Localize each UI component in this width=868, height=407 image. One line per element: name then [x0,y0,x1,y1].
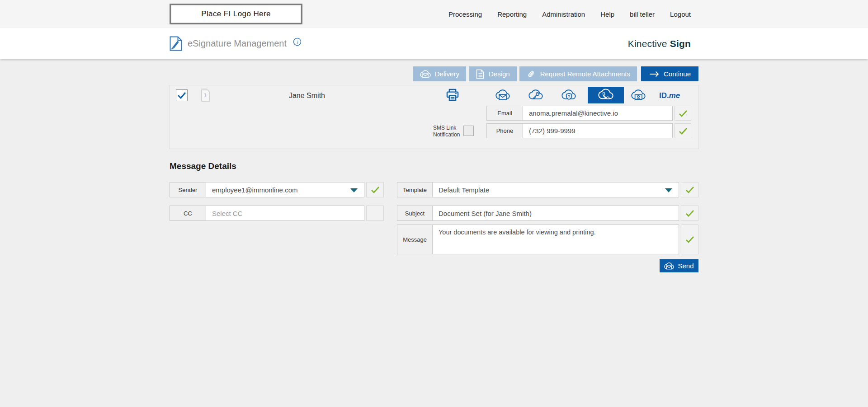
email-field-label: Email [487,106,523,120]
document-count-icon: 1 [198,88,210,102]
step-toolbar: Delivery Design [413,66,698,81]
chevron-down-icon [665,188,672,192]
brand-product: Sign [670,38,691,49]
page-header: x eSignature Management i Kinective Sign [0,28,868,59]
nav-reporting[interactable]: Reporting [497,10,527,18]
svg-text:x: x [171,47,173,50]
page-header-left: x eSignature Management i [170,28,302,59]
sms-link-notification-label: SMS Link Notification [433,125,463,138]
sms-link-notification-checkbox[interactable] [463,126,474,136]
nav-help[interactable]: Help [600,10,614,18]
cc-valid-check [366,206,384,221]
esignature-management-screen: Place FI Logo Here Processing Reporting … [0,0,868,407]
email-field-group: Email [486,106,691,121]
continue-button-label: Continue [664,70,691,78]
template-valid-check [681,182,698,197]
subject-field-label: Subject [397,206,433,220]
design-button[interactable]: Design [469,66,517,81]
nav-user-bill-teller[interactable]: bill teller [630,10,655,18]
subject-valid-check [681,206,698,221]
page-title: eSignature Management [188,38,287,49]
svg-text:i: i [297,39,298,45]
recipient-select-checkbox[interactable] [176,89,188,101]
message-field-group: Message Your documents are available for… [397,225,698,254]
idme-option[interactable]: ID.me [659,91,691,100]
sender-field-label: Sender [170,182,206,197]
subject-field-group: Subject [397,206,698,221]
template-select-value: Default Template [439,186,489,194]
kinective-sign-brand: Kinective Sign [628,28,691,59]
phone-valid-check [675,123,691,138]
sender-select-value: employee1@immonline.com [212,186,297,194]
phone-field-label: Phone [487,124,523,138]
send-button[interactable]: Send [660,259,698,272]
phone-input[interactable] [523,124,672,138]
main-nav: Processing Reporting Administration Help… [448,0,691,28]
brand-name: Kinective [628,38,667,49]
info-icon[interactable]: i [293,37,302,46]
sender-select[interactable]: employee1@immonline.com [206,182,364,197]
cloud-envelope-icon [664,262,674,271]
subject-input[interactable] [433,206,679,220]
recipient-card: 1 Jane Smith [170,85,698,149]
continue-button[interactable]: Continue [641,66,698,81]
template-select[interactable]: Default Template [433,182,679,197]
printer-icon[interactable] [445,87,460,103]
message-textarea[interactable]: Your documents are available for viewing… [433,225,679,254]
idme-label-italic: me [669,91,680,100]
delivery-button-label: Delivery [435,70,459,78]
request-remote-attachments-label: Request Remote Attachments [540,70,630,78]
send-button-label: Send [678,262,693,270]
sender-field-group: Sender employee1@immonline.com [170,182,384,197]
delivery-method-phone-icon-selected[interactable] [588,87,624,103]
check-icon [177,92,186,99]
sender-valid-check [366,182,384,197]
message-field-label: Message [397,225,433,254]
delivery-method-access-key-icon[interactable] [528,89,543,102]
paperclip-icon [526,69,536,79]
page-content: Delivery Design [0,59,868,407]
recipient-name: Jane Smith [250,92,363,100]
nav-processing[interactable]: Processing [448,10,482,18]
chevron-down-icon [350,188,358,192]
design-button-label: Design [489,70,510,78]
email-valid-check [675,106,691,121]
idme-label-bold: ID. [659,91,669,100]
template-field-label: Template [397,182,433,197]
delivery-method-email-icon[interactable] [495,89,510,102]
delivery-method-security-question-icon[interactable]: ? [561,89,576,102]
top-bar: Place FI Logo Here Processing Reporting … [0,0,868,28]
phone-field-group: Phone [486,123,691,138]
arrow-right-icon [649,70,660,78]
template-field-group: Template Default Template [397,182,698,197]
delivery-button[interactable]: Delivery [413,66,466,81]
request-remote-attachments-button[interactable]: Request Remote Attachments [519,66,637,81]
fi-logo-placeholder: Place FI Logo Here [170,4,302,24]
message-details-heading: Message Details [170,161,236,171]
cc-field-group: CC [170,206,384,221]
cc-field-label: CC [170,206,206,220]
esignature-document-pen-icon: x [170,36,182,51]
svg-text:?: ? [568,94,571,98]
nav-logout[interactable]: Logout [670,10,691,18]
svg-text:1: 1 [204,92,207,98]
email-input[interactable] [523,106,672,120]
nav-administration[interactable]: Administration [542,10,585,18]
cc-input[interactable] [206,206,364,220]
delivery-method-id-verification-icon[interactable] [631,89,646,102]
cloud-envelope-icon [420,69,431,79]
document-list-icon [476,69,485,79]
message-valid-check [681,225,698,254]
